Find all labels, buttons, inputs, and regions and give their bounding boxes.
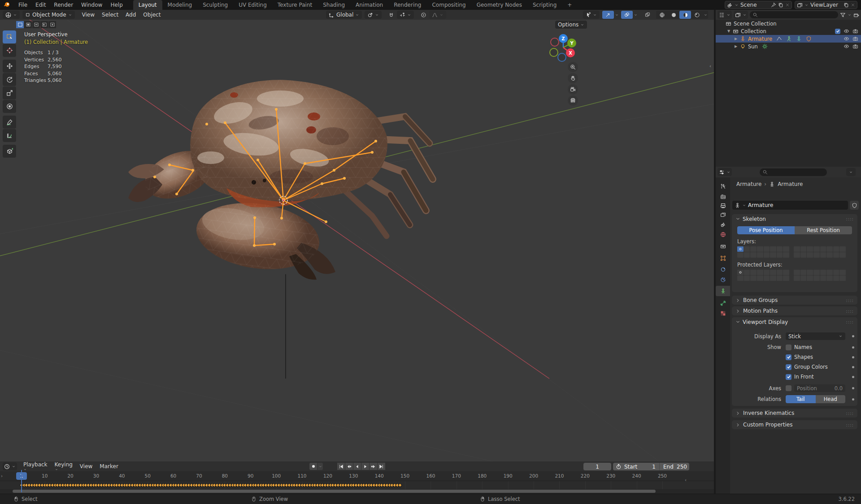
layer-cell[interactable] <box>764 270 770 275</box>
gizmo-axis-x-neg[interactable] <box>550 38 559 47</box>
protected-layers-grid[interactable] <box>794 270 846 281</box>
transport-prev-frame-button[interactable] <box>353 463 361 470</box>
properties-editor-type-button[interactable] <box>718 168 732 176</box>
viewport-canvas[interactable] <box>0 10 714 461</box>
bone-groups-panel-header[interactable]: Bone Groups :::: <box>732 296 857 305</box>
layer-cell[interactable] <box>783 270 789 275</box>
overlays-dropdown[interactable] <box>633 11 638 19</box>
workspace-tab-animation[interactable]: Animation <box>350 0 388 10</box>
layer-cell[interactable] <box>807 252 813 258</box>
transport-jump-end-button[interactable] <box>378 463 385 470</box>
layer-cell[interactable] <box>783 246 789 252</box>
animate-dot[interactable] <box>852 387 854 389</box>
filter-dropdown-icon[interactable] <box>848 13 852 17</box>
select-mode-subtract[interactable] <box>32 21 40 28</box>
workspace-tab-layout[interactable]: Layout <box>133 0 162 10</box>
new-collection-icon[interactable] <box>853 12 859 18</box>
scrollbar-thumb[interactable] <box>13 490 656 493</box>
layer-cell[interactable] <box>770 246 776 252</box>
layer-cell[interactable] <box>800 252 807 258</box>
properties-tab-world[interactable] <box>716 229 730 240</box>
zoom-view-button[interactable] <box>568 62 578 72</box>
axes-checkbox[interactable] <box>786 385 791 391</box>
tool-cursor[interactable] <box>3 44 16 57</box>
outliner-row-scene-collection[interactable]: Scene Collection <box>716 20 861 27</box>
display-as-dropdown[interactable]: Stick <box>786 332 845 340</box>
record-button[interactable] <box>309 463 317 470</box>
transport-play-button[interactable] <box>361 463 369 470</box>
layer-cell[interactable] <box>744 252 750 258</box>
scene-selector[interactable]: Scene <box>725 1 792 9</box>
layer-cell[interactable] <box>794 276 800 281</box>
breadcrumb-data[interactable]: Armature <box>778 181 803 187</box>
properties-tab-texture[interactable] <box>716 308 730 319</box>
relations-head-button[interactable]: Head <box>816 395 846 403</box>
layer-cell[interactable] <box>826 270 833 275</box>
layer-cell[interactable] <box>807 270 813 275</box>
properties-tab-data[interactable] <box>716 286 730 296</box>
topbar-menu-edit[interactable]: Edit <box>31 0 50 10</box>
layer-cell[interactable] <box>750 252 757 258</box>
disable-in-renders-icon[interactable] <box>852 28 858 34</box>
timeline-menu-playback[interactable]: Playback <box>20 461 51 471</box>
layer-cell[interactable] <box>770 270 776 275</box>
layer-cell[interactable] <box>833 270 839 275</box>
properties-options-button[interactable] <box>846 168 856 176</box>
layer-cell[interactable] <box>833 276 839 281</box>
layer-cell[interactable] <box>820 276 826 281</box>
layer-cell[interactable] <box>750 276 757 281</box>
workspace-tab-uv-editing[interactable]: UV Editing <box>233 0 272 10</box>
blender-logo-icon[interactable] <box>0 1 14 9</box>
select-mode-intersect[interactable] <box>48 21 56 28</box>
layer-cell[interactable] <box>764 252 770 258</box>
camera-view-button[interactable] <box>568 84 578 95</box>
disclosure-triangle-icon[interactable]: ▶ <box>735 44 740 48</box>
layer-cell[interactable] <box>764 276 770 281</box>
layer-cell[interactable] <box>826 276 833 281</box>
gizmo-toggle[interactable] <box>602 11 614 19</box>
select-mode-extend[interactable] <box>24 21 32 28</box>
timeline-editor-type-button[interactable] <box>3 462 17 470</box>
viewport-menu-object[interactable]: Object <box>139 12 164 18</box>
topbar-menu-window[interactable]: Window <box>77 0 106 10</box>
mode-dropdown[interactable]: Object Mode <box>22 11 75 19</box>
properties-tab-tool[interactable] <box>716 181 730 191</box>
hide-in-viewport-icon[interactable] <box>844 28 849 34</box>
outliner-search-input[interactable] <box>750 11 838 18</box>
layer-cell[interactable] <box>833 246 839 252</box>
layer-cell[interactable] <box>744 276 750 281</box>
shading-material-button[interactable] <box>679 11 691 19</box>
tool-move[interactable] <box>3 60 16 73</box>
filter-icon[interactable] <box>840 12 846 18</box>
viewport-menu-select[interactable]: Select <box>98 12 122 18</box>
layer-cell[interactable] <box>794 252 800 258</box>
snap-target-dropdown[interactable] <box>397 11 414 19</box>
layer-cell[interactable] <box>770 276 776 281</box>
layer-cell[interactable] <box>820 270 826 275</box>
skeleton-panel-header[interactable]: Skeleton :::: <box>732 214 857 224</box>
channel-collapse-arrow[interactable]: › <box>1 474 3 478</box>
new-viewlayer-icon[interactable] <box>844 2 849 8</box>
timeline-sidebar-toggle[interactable]: ‹ <box>685 478 687 482</box>
start-frame-field[interactable]: Start <box>624 464 650 470</box>
object-visibility-dropdown[interactable] <box>583 11 600 19</box>
animate-dot[interactable] <box>852 376 854 378</box>
shading-dropdown[interactable] <box>703 11 708 19</box>
inverse-kinematics-panel-header[interactable]: Inverse Kinematics :::: <box>732 409 857 418</box>
layer-cell[interactable] <box>800 276 807 281</box>
layer-cell[interactable] <box>813 246 820 252</box>
overlays-toggle[interactable] <box>621 11 633 19</box>
gizmo-dropdown[interactable] <box>614 11 619 19</box>
id-name-field[interactable]: Armature <box>732 201 848 210</box>
select-mode-invert[interactable] <box>40 21 48 28</box>
layer-cell[interactable] <box>820 252 826 258</box>
keying-set-dropdown[interactable] <box>317 463 323 470</box>
layer-cell[interactable] <box>807 246 813 252</box>
tool-add-cube[interactable] <box>3 145 16 158</box>
animate-dot[interactable] <box>852 356 854 358</box>
outliner-editor-type-button[interactable] <box>718 11 732 19</box>
workspace-tab-rendering[interactable]: Rendering <box>388 0 426 10</box>
layer-cell[interactable] <box>737 252 744 258</box>
properties-tab-scene[interactable] <box>716 220 730 230</box>
properties-tab-physics[interactable] <box>716 275 730 285</box>
